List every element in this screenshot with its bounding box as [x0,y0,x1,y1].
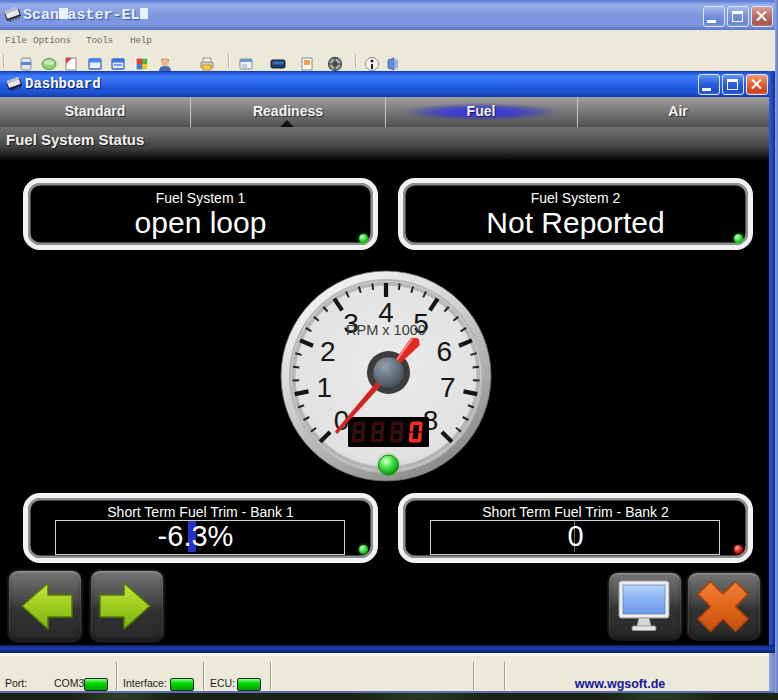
svg-text:6: 6 [436,336,452,367]
svg-text:2: 2 [320,336,336,367]
svg-text:7: 7 [440,372,456,403]
svg-text:1: 1 [316,372,332,403]
svg-text:RPM x 1000: RPM x 1000 [346,322,426,338]
